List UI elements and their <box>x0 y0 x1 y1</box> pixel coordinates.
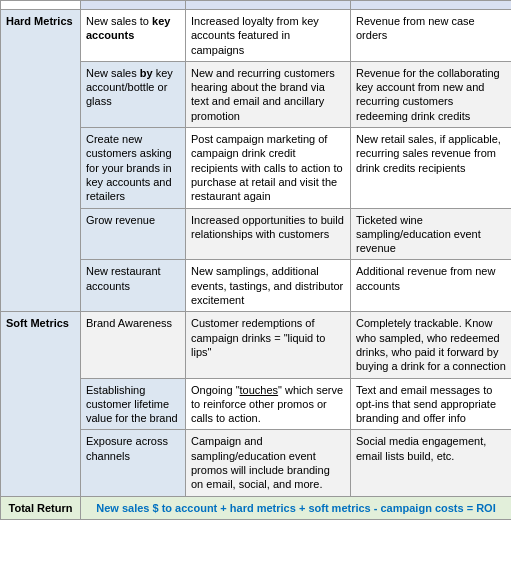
indicators-cell: Increased opportunities to build relatio… <box>186 208 351 260</box>
indicators-cell: Customer redemptions of campaign drinks … <box>186 312 351 378</box>
table-row: Soft MetricsBrand AwarenessCustomer rede… <box>1 312 512 378</box>
value-cell: Text and email messages to opt-ins that … <box>351 378 512 430</box>
goal-cell: Establishing customer lifetime value for… <box>81 378 186 430</box>
header-goal <box>81 1 186 10</box>
value-cell: Ticketed wine sampling/education event r… <box>351 208 512 260</box>
indicators-cell: Ongoing "touches" which serve to reinfor… <box>186 378 351 430</box>
goal-cell: Exposure across channels <box>81 430 186 496</box>
indicators-cell: New and recurring customers hearing abou… <box>186 61 351 127</box>
goal-cell: New sales by key account/bottle or glass <box>81 61 186 127</box>
value-cell: Completely trackable. Know who sampled, … <box>351 312 512 378</box>
indicators-cell: Campaign and sampling/education event pr… <box>186 430 351 496</box>
category-cell-1: Soft Metrics <box>1 312 81 496</box>
value-cell: Revenue from new case orders <box>351 10 512 62</box>
indicators-cell: Post campaign marketing of campaign drin… <box>186 128 351 208</box>
header-indicators <box>186 1 351 10</box>
goal-cell: Brand Awareness <box>81 312 186 378</box>
indicators-cell: Increased loyalty from key accounts feat… <box>186 10 351 62</box>
value-cell: Social media engagement, email lists bui… <box>351 430 512 496</box>
goal-cell: New sales to key accounts <box>81 10 186 62</box>
header-value <box>351 1 512 10</box>
category-cell-0: Hard Metrics <box>1 10 81 312</box>
total-row: Total ReturnNew sales $ to account + har… <box>1 496 512 519</box>
total-label: Total Return <box>1 496 81 519</box>
header-category <box>1 1 81 10</box>
indicators-cell: New samplings, additional events, tastin… <box>186 260 351 312</box>
value-cell: Revenue for the collaborating key accoun… <box>351 61 512 127</box>
value-cell: New retail sales, if applicable, recurri… <box>351 128 512 208</box>
goal-cell: New restaurant accounts <box>81 260 186 312</box>
total-formula: New sales $ to account + hard metrics + … <box>81 496 512 519</box>
goal-cell: Create new customers asking for your bra… <box>81 128 186 208</box>
value-cell: Additional revenue from new accounts <box>351 260 512 312</box>
table-row: Hard MetricsNew sales to key accountsInc… <box>1 10 512 62</box>
goal-cell: Grow revenue <box>81 208 186 260</box>
